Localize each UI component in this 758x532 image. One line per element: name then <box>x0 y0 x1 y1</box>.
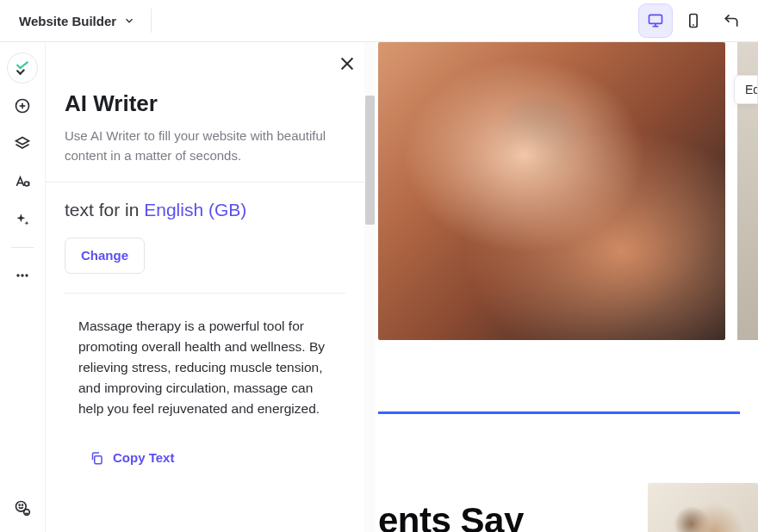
divider <box>151 9 152 33</box>
svg-point-11 <box>21 274 23 276</box>
close-button[interactable] <box>338 54 357 77</box>
svg-rect-19 <box>95 455 102 463</box>
smile-icon <box>14 499 31 517</box>
language-value[interactable]: English (GB) <box>144 200 246 220</box>
copy-text-button[interactable]: Copy Text <box>78 443 184 473</box>
mobile-view-button[interactable] <box>677 4 710 37</box>
edit-label: Edi <box>745 83 758 96</box>
undo-icon <box>723 12 740 29</box>
sidebar-item-typography[interactable] <box>7 166 38 197</box>
top-actions <box>639 4 748 37</box>
change-button[interactable]: Change <box>65 238 145 274</box>
copy-label: Copy Text <box>113 450 174 465</box>
dots-icon <box>14 267 31 284</box>
sidebar-item-feedback[interactable] <box>7 492 38 523</box>
generated-card: Massage therapy is a powerful tool for p… <box>65 293 345 473</box>
svg-point-12 <box>25 274 28 276</box>
sidebar-item-more[interactable] <box>7 260 38 291</box>
plus-circle-icon <box>14 97 31 114</box>
sidebar-item-layers[interactable] <box>7 128 38 159</box>
scrollbar-thumb[interactable] <box>365 96 375 225</box>
language-line: text for in English (GB) <box>65 200 345 220</box>
divider <box>11 247 34 248</box>
top-bar: Website Builder <box>0 0 758 42</box>
panel-title: AI Writer <box>65 90 345 117</box>
selection-indicator <box>378 411 740 414</box>
brand-selector[interactable]: Website Builder <box>10 9 144 34</box>
sidebar-item-add[interactable] <box>7 90 38 121</box>
ai-writer-panel: AI Writer Use AI Writer to fill your web… <box>46 42 376 532</box>
sparkle-icon <box>14 211 31 228</box>
desktop-view-button[interactable] <box>639 4 672 37</box>
sidebar-item-ai[interactable] <box>7 204 38 235</box>
mobile-icon <box>685 12 702 29</box>
panel-body: text for in English (GB) Change Massage … <box>46 182 364 498</box>
panel-description: Use AI Writer to fill your website with … <box>65 126 345 166</box>
desktop-icon <box>647 12 664 29</box>
svg-rect-0 <box>649 15 662 23</box>
svg-point-10 <box>16 274 19 276</box>
main: AI Writer Use AI Writer to fill your web… <box>0 42 758 532</box>
copy-icon <box>89 450 104 466</box>
undo-button[interactable] <box>715 4 748 37</box>
edit-section-button[interactable]: Edi <box>734 75 758 104</box>
scrollbar[interactable] <box>364 42 376 532</box>
sidebar <box>0 42 46 532</box>
brand-label: Website Builder <box>19 14 116 28</box>
chevron-down-icon <box>123 15 135 27</box>
svg-marker-8 <box>16 138 29 145</box>
panel-scroll[interactable]: AI Writer Use AI Writer to fill your web… <box>46 42 364 532</box>
preview-row <box>376 42 758 340</box>
sidebar-item-checklist[interactable] <box>7 53 38 84</box>
preview-image[interactable] <box>378 42 725 340</box>
typography-icon <box>14 173 31 190</box>
preview-canvas[interactable]: Edi ents Say <box>376 42 758 532</box>
checklist-icon <box>14 59 31 77</box>
svg-point-15 <box>22 504 23 505</box>
lang-prefix: text for in <box>65 200 144 220</box>
close-icon <box>338 54 357 73</box>
panel-header: AI Writer Use AI Writer to fill your web… <box>46 42 364 182</box>
thumbnail-image[interactable] <box>648 483 758 532</box>
svg-point-14 <box>19 504 20 505</box>
generated-text: Massage therapy is a powerful tool for p… <box>78 316 332 419</box>
layers-icon <box>14 135 31 152</box>
